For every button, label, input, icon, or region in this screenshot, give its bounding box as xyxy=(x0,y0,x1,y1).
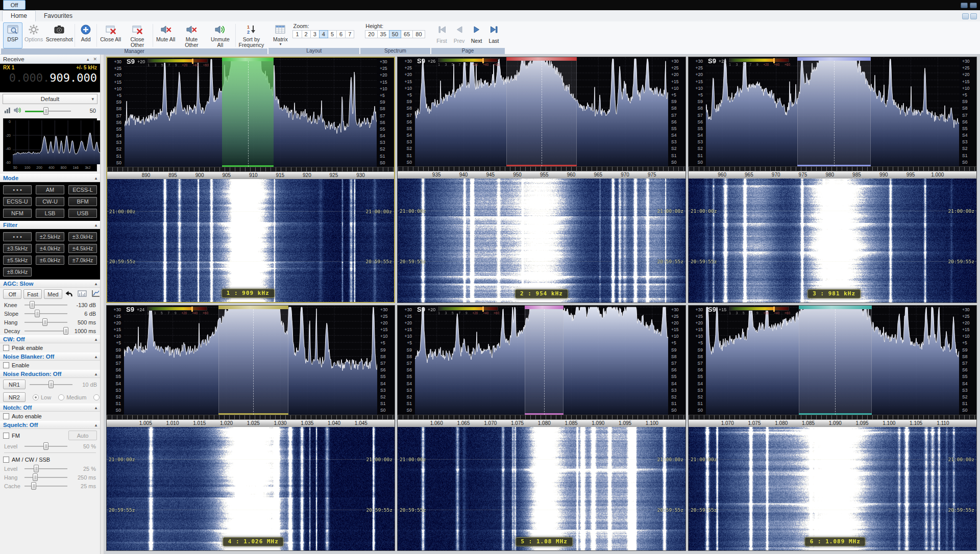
filter-button-5-5khz[interactable]: ±5.5kHz xyxy=(3,256,32,265)
section-mode[interactable]: Mode▴ xyxy=(0,174,100,182)
height-option-80[interactable]: 80 xyxy=(412,30,425,38)
pin-icon[interactable] xyxy=(962,13,969,19)
waterfall-canvas[interactable] xyxy=(398,427,685,551)
section-cw[interactable]: CW: Off▴ xyxy=(0,335,100,343)
collapse-icon[interactable]: ▴ xyxy=(95,282,97,286)
height-option-50[interactable]: 50 xyxy=(389,30,401,38)
waterfall-canvas[interactable] xyxy=(689,427,976,551)
zoom-option-6[interactable]: 6 xyxy=(336,30,346,38)
frequency-axis[interactable]: 1.0701.0751.0801.0851.0901.0951.1001.105… xyxy=(689,419,976,427)
height-option-35[interactable]: 35 xyxy=(377,30,389,38)
mode-button-am[interactable]: AM xyxy=(36,185,64,194)
mode-button-more[interactable]: • • • xyxy=(3,185,32,194)
tab-home[interactable]: Home xyxy=(2,10,36,21)
ribbon-button-sort-by-frequency[interactable]: 12Sort by Frequency xyxy=(237,22,265,48)
collapse-icon[interactable]: ▴ xyxy=(95,355,97,359)
nr-radio-high[interactable] xyxy=(93,394,100,400)
selection-region[interactable] xyxy=(222,58,274,167)
frequency-axis[interactable]: 935940945950955960965970975 xyxy=(398,171,685,179)
panel-6[interactable]: S9+1513579+20+40+60+30+25+20+15+10+5S9S8… xyxy=(688,305,977,551)
panel-6-spectrum[interactable]: S9+1513579+20+40+60+30+25+20+15+10+5S9S8… xyxy=(689,306,976,427)
section-agc[interactable]: AGC: Slow▴ xyxy=(0,280,100,288)
volume-slider[interactable] xyxy=(25,107,71,115)
ribbon-button-mute-all[interactable]: Mute All xyxy=(154,22,177,48)
frequency-axis[interactable]: 9609659709759809859909951.000 xyxy=(689,171,976,179)
nr-radio-low[interactable] xyxy=(33,394,39,400)
page-button-first[interactable]: First xyxy=(433,22,451,48)
squelch-cache-slider-track[interactable] xyxy=(24,482,67,490)
minimize-icon[interactable] xyxy=(961,3,968,8)
panel-6-waterfall[interactable]: 21:00:00z21:00:00z20:59:55z20:59:55z6 : … xyxy=(689,427,976,551)
filter-button-4-0khz[interactable]: ±4.0kHz xyxy=(36,244,64,253)
agc-button-off[interactable]: Off xyxy=(3,289,21,299)
ribbon-button-close-all[interactable]: Close All xyxy=(98,22,123,48)
squelch-am-cw-ssb-checkbox[interactable] xyxy=(3,457,9,463)
panel-4-waterfall[interactable]: 21:00:00z21:00:00z20:59:55z20:59:55z4 : … xyxy=(107,427,395,551)
help-icon[interactable] xyxy=(970,13,977,19)
selection-region[interactable] xyxy=(218,306,288,415)
squelch-cache-slider-handle[interactable] xyxy=(31,482,36,490)
section-noise-reduction[interactable]: Noise Reduction: Off▴ xyxy=(0,370,100,378)
ribbon-button-add[interactable]: Add xyxy=(76,22,95,48)
agc-hang-slider-track[interactable] xyxy=(24,318,67,326)
filter-button-2-5khz[interactable]: ±2.5kHz xyxy=(36,232,64,241)
nr-slider-handle[interactable] xyxy=(48,381,54,388)
agc-decay-slider-track[interactable] xyxy=(24,327,67,335)
preset-dropdown[interactable]: Default ▾ xyxy=(3,94,97,104)
mode-button-lsb[interactable]: LSB xyxy=(36,209,64,218)
nr-radio-medium[interactable] xyxy=(58,394,64,400)
frequency-axis[interactable]: 1.0051.0101.0151.0201.0251.0301.0351.040… xyxy=(107,419,395,427)
filter-button-3-5khz[interactable]: ±3.5kHz xyxy=(3,244,32,253)
selection-region[interactable] xyxy=(525,306,564,415)
section-squelch[interactable]: Squelch: Off▴ xyxy=(0,421,100,429)
squelch-fm-level-slider-handle[interactable] xyxy=(43,442,48,450)
collapse-icon[interactable]: ▴ xyxy=(95,337,97,342)
collapse-icon[interactable]: ▴ xyxy=(95,406,97,410)
waterfall-canvas[interactable] xyxy=(107,427,395,551)
filter-button-7-0khz[interactable]: ±7.0kHz xyxy=(68,256,97,265)
mode-button-ecss-l[interactable]: ECSS-L xyxy=(68,185,97,194)
ribbon-button-options[interactable]: Options xyxy=(22,22,45,48)
agc-knee-slider-track[interactable] xyxy=(24,301,67,309)
mode-button-cw-u[interactable]: CW-U xyxy=(36,197,64,206)
mode-button-nfm[interactable]: NFM xyxy=(3,209,32,218)
squelch-hang-slider-handle[interactable] xyxy=(33,473,38,481)
mode-button-ecss-u[interactable]: ECSS-U xyxy=(3,197,32,206)
zoom-option-1[interactable]: 1 xyxy=(292,30,302,38)
selection-region[interactable] xyxy=(799,306,872,415)
frequency-axis[interactable]: 890895900905910915920925930 xyxy=(107,171,394,179)
speaker-icon[interactable] xyxy=(14,107,22,115)
zoom-option-2[interactable]: 2 xyxy=(302,30,311,38)
page-button-next[interactable]: Next xyxy=(468,22,485,48)
page-button-last[interactable]: Last xyxy=(485,22,503,48)
frequency-axis[interactable]: 1.0601.0651.0701.0751.0801.0851.0901.095… xyxy=(398,419,685,427)
filter-button-more[interactable]: • • • xyxy=(3,232,32,241)
close-icon[interactable]: ✕ xyxy=(93,57,97,62)
zoom-option-7[interactable]: 7 xyxy=(345,30,354,38)
collapse-icon[interactable]: ▴ xyxy=(95,423,97,427)
squelch-fm-checkbox[interactable] xyxy=(3,433,9,439)
panel-2-waterfall[interactable]: 21:00:00z21:00:00z20:59:55z20:59:55z2 : … xyxy=(398,179,685,303)
squelch-hang-slider-track[interactable] xyxy=(24,473,67,481)
ribbon-button-screenshot[interactable]: Screenshot xyxy=(45,22,74,48)
zoom-option-4[interactable]: 4 xyxy=(319,30,328,38)
tab-favourites[interactable]: Favourites xyxy=(36,11,81,21)
panel-5[interactable]: S9+2013579+20+40+60+30+25+20+15+10+5S9S8… xyxy=(397,305,686,551)
nb-enable-checkbox[interactable] xyxy=(3,362,9,368)
panel-2-spectrum[interactable]: S9+2613579+20+40+60+30+25+20+15+10+5S9S8… xyxy=(398,57,685,179)
filter-button-6-0khz[interactable]: ±6.0kHz xyxy=(36,256,64,265)
agc-decay-slider-handle[interactable] xyxy=(63,327,68,335)
notch-auto-enable-checkbox[interactable] xyxy=(3,413,9,419)
squelch-level-slider-handle[interactable] xyxy=(34,465,39,472)
nr-slider-track[interactable] xyxy=(30,381,72,388)
waterfall-canvas[interactable] xyxy=(689,179,976,303)
waterfall-canvas[interactable] xyxy=(107,179,394,302)
collapse-icon[interactable]: ▴ xyxy=(95,223,97,228)
panel-3-waterfall[interactable]: 21:00:00z21:00:00z20:59:55z20:59:55z3 : … xyxy=(689,179,976,303)
section-notch[interactable]: Notch: Off▴ xyxy=(0,404,100,412)
zoom-option-3[interactable]: 3 xyxy=(310,30,320,38)
frequency-display[interactable]: RX 1 +/- 5 kHz 0.000.909.000 xyxy=(0,64,100,92)
agc-button-fast[interactable]: Fast xyxy=(23,289,42,299)
squelch-level-slider-track[interactable] xyxy=(24,465,67,472)
section-filter[interactable]: Filter▴ xyxy=(0,221,100,229)
